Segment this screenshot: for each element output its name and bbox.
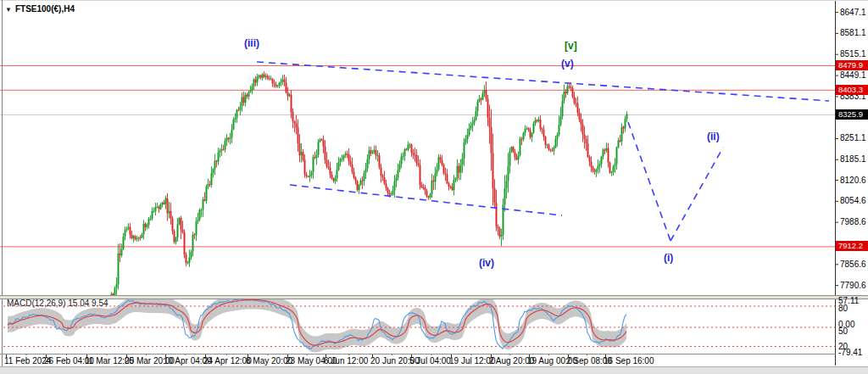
- time-axis-label: 5 Jul 04:00: [409, 356, 451, 366]
- price-level-badge: 8403.3: [836, 85, 868, 95]
- time-axis-label: 16 Sep 16:00: [604, 356, 654, 366]
- time-axis-label: 24 Apr 12:00: [203, 356, 252, 366]
- window-bottom-strip: [0, 366, 868, 374]
- price-axis-label: 8185.1: [840, 154, 866, 164]
- price-axis-label: 7790.6: [840, 281, 866, 290]
- price-axis-label: 8515.1: [840, 49, 866, 59]
- symbol-label-text: FTSE100(€),H4: [15, 4, 75, 14]
- price-axis-label: 8581.1: [840, 28, 866, 37]
- indicator-axis-label: 50: [838, 327, 848, 336]
- indicator-pane-bottom-border: [0, 354, 836, 354]
- price-axis-label: 8251.1: [840, 133, 866, 142]
- price-level-badge: 8479.9: [836, 60, 868, 70]
- window-left-border: [2, 0, 3, 366]
- dropdown-arrow-icon[interactable]: ▼: [5, 6, 12, 14]
- price-axis-label: 7988.6: [840, 217, 866, 226]
- symbol-period-label: ▼FTSE100(€),H4: [5, 4, 75, 14]
- indicator-axis-label: -79.41: [838, 348, 862, 357]
- price-axis-label: 8449.1: [840, 70, 866, 80]
- wave-label-v[interactable]: (v): [561, 58, 574, 70]
- trendline[interactable]: [628, 122, 670, 241]
- trendline[interactable]: [670, 148, 723, 241]
- macd-group: [3, 299, 835, 353]
- wave-label-v-bracket[interactable]: [v]: [565, 40, 577, 52]
- price-axis-label: 8647.1: [840, 8, 866, 17]
- pane-separator[interactable]: [0, 295, 868, 299]
- price-axis-label: 8120.6: [840, 176, 866, 185]
- indicator-label: MACD(12,26,9) 15.04 9.54: [7, 299, 108, 308]
- price-axis-label: 8054.6: [840, 196, 866, 205]
- trendline[interactable]: [257, 62, 829, 101]
- time-axis-label: 6 Jun 12:00: [324, 356, 368, 366]
- trendline[interactable]: [290, 185, 562, 215]
- wave-label-ii[interactable]: (ii): [707, 131, 720, 142]
- wave-label-i[interactable]: (i): [664, 252, 673, 264]
- wave-label-iv[interactable]: (iv): [479, 257, 494, 269]
- price-axis-label: 7856.6: [840, 260, 866, 269]
- chart-canvas[interactable]: [0, 0, 868, 374]
- wave-label-iii[interactable]: (iii): [244, 37, 259, 49]
- mt4-chart-window: ▼FTSE100(€),H4 MACD(12,26,9) 15.04 9.54 …: [0, 0, 868, 374]
- indicator-axis-label: 80: [838, 304, 848, 313]
- window-top-border: [0, 0, 868, 1]
- current-price-badge: 8325.9: [836, 109, 868, 120]
- price-level-badge: 7912.2: [836, 241, 868, 251]
